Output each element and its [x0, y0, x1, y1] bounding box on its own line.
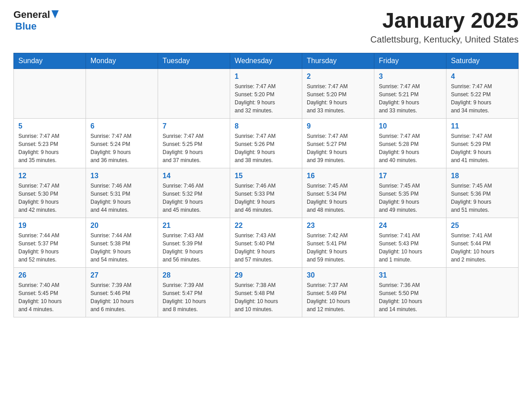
day-info: Sunrise: 7:47 AM Sunset: 5:26 PM Dayligh… — [235, 132, 297, 164]
calendar-cell — [14, 68, 86, 118]
calendar-cell — [446, 267, 519, 317]
weekday-header-thursday: Thursday — [302, 53, 374, 68]
day-number: 16 — [307, 172, 369, 180]
day-number: 19 — [18, 222, 81, 230]
day-info: Sunrise: 7:47 AM Sunset: 5:27 PM Dayligh… — [307, 132, 369, 164]
day-info: Sunrise: 7:38 AM Sunset: 5:48 PM Dayligh… — [235, 281, 297, 313]
calendar-cell: 18Sunrise: 7:45 AM Sunset: 5:36 PM Dayli… — [446, 168, 519, 218]
page-header: General Blue January 2025 Catlettsburg, … — [13, 9, 519, 45]
calendar-cell: 28Sunrise: 7:39 AM Sunset: 5:47 PM Dayli… — [158, 267, 230, 317]
day-number: 17 — [379, 172, 442, 180]
calendar-table: SundayMondayTuesdayWednesdayThursdayFrid… — [13, 53, 519, 317]
day-info: Sunrise: 7:47 AM Sunset: 5:20 PM Dayligh… — [235, 82, 297, 115]
calendar-cell: 4Sunrise: 7:47 AM Sunset: 5:22 PM Daylig… — [446, 68, 519, 118]
day-number: 11 — [451, 122, 514, 130]
calendar-cell: 22Sunrise: 7:43 AM Sunset: 5:40 PM Dayli… — [230, 218, 302, 267]
weekday-header-sunday: Sunday — [14, 53, 86, 68]
calendar-week-row: 1Sunrise: 7:47 AM Sunset: 5:20 PM Daylig… — [14, 68, 519, 118]
calendar-cell: 23Sunrise: 7:42 AM Sunset: 5:41 PM Dayli… — [302, 218, 374, 267]
day-info: Sunrise: 7:40 AM Sunset: 5:45 PM Dayligh… — [18, 281, 81, 313]
calendar-cell: 27Sunrise: 7:39 AM Sunset: 5:46 PM Dayli… — [86, 267, 158, 317]
calendar-cell: 16Sunrise: 7:45 AM Sunset: 5:34 PM Dayli… — [302, 168, 374, 218]
day-info: Sunrise: 7:41 AM Sunset: 5:43 PM Dayligh… — [379, 231, 442, 264]
day-number: 1 — [235, 73, 297, 81]
calendar-week-row: 26Sunrise: 7:40 AM Sunset: 5:45 PM Dayli… — [14, 267, 519, 317]
day-number: 24 — [379, 222, 442, 230]
day-info: Sunrise: 7:44 AM Sunset: 5:37 PM Dayligh… — [18, 231, 81, 264]
day-info: Sunrise: 7:41 AM Sunset: 5:44 PM Dayligh… — [451, 231, 514, 264]
day-number: 14 — [163, 172, 225, 180]
calendar-cell: 24Sunrise: 7:41 AM Sunset: 5:43 PM Dayli… — [374, 218, 446, 267]
calendar-subtitle: Catlettsburg, Kentucky, United States — [370, 34, 519, 45]
day-number: 21 — [163, 222, 225, 230]
day-info: Sunrise: 7:47 AM Sunset: 5:30 PM Dayligh… — [18, 182, 81, 214]
calendar-cell: 14Sunrise: 7:46 AM Sunset: 5:32 PM Dayli… — [158, 168, 230, 218]
day-number: 5 — [18, 122, 81, 130]
calendar-cell: 25Sunrise: 7:41 AM Sunset: 5:44 PM Dayli… — [446, 218, 519, 267]
day-number: 27 — [90, 271, 153, 279]
calendar-cell: 11Sunrise: 7:47 AM Sunset: 5:29 PM Dayli… — [446, 118, 519, 168]
day-info: Sunrise: 7:47 AM Sunset: 5:22 PM Dayligh… — [451, 82, 514, 115]
weekday-header-tuesday: Tuesday — [158, 53, 230, 68]
calendar-cell: 6Sunrise: 7:47 AM Sunset: 5:24 PM Daylig… — [86, 118, 158, 168]
day-number: 2 — [307, 73, 369, 81]
day-info: Sunrise: 7:45 AM Sunset: 5:34 PM Dayligh… — [307, 182, 369, 214]
calendar-cell: 7Sunrise: 7:47 AM Sunset: 5:25 PM Daylig… — [158, 118, 230, 168]
day-info: Sunrise: 7:47 AM Sunset: 5:23 PM Dayligh… — [18, 132, 81, 164]
calendar-cell: 21Sunrise: 7:43 AM Sunset: 5:39 PM Dayli… — [158, 218, 230, 267]
calendar-cell: 3Sunrise: 7:47 AM Sunset: 5:21 PM Daylig… — [374, 68, 446, 118]
calendar-cell: 1Sunrise: 7:47 AM Sunset: 5:20 PM Daylig… — [230, 68, 302, 118]
calendar-cell: 9Sunrise: 7:47 AM Sunset: 5:27 PM Daylig… — [302, 118, 374, 168]
title-area: January 2025 Catlettsburg, Kentucky, Uni… — [370, 9, 519, 45]
calendar-cell: 12Sunrise: 7:47 AM Sunset: 5:30 PM Dayli… — [14, 168, 86, 218]
calendar-cell — [86, 68, 158, 118]
calendar-cell: 29Sunrise: 7:38 AM Sunset: 5:48 PM Dayli… — [230, 267, 302, 317]
calendar-header: SundayMondayTuesdayWednesdayThursdayFrid… — [14, 53, 519, 68]
weekday-header-saturday: Saturday — [446, 53, 519, 68]
day-number: 25 — [451, 222, 514, 230]
day-info: Sunrise: 7:37 AM Sunset: 5:49 PM Dayligh… — [307, 281, 369, 313]
day-number: 30 — [307, 271, 369, 279]
day-number: 28 — [163, 271, 225, 279]
calendar-cell: 30Sunrise: 7:37 AM Sunset: 5:49 PM Dayli… — [302, 267, 374, 317]
day-info: Sunrise: 7:43 AM Sunset: 5:39 PM Dayligh… — [163, 231, 225, 264]
logo: General Blue — [13, 9, 59, 32]
weekday-header-friday: Friday — [374, 53, 446, 68]
day-info: Sunrise: 7:42 AM Sunset: 5:41 PM Dayligh… — [307, 231, 369, 264]
day-info: Sunrise: 7:44 AM Sunset: 5:38 PM Dayligh… — [90, 231, 153, 264]
day-number: 20 — [90, 222, 153, 230]
day-number: 6 — [90, 122, 153, 130]
calendar-cell: 2Sunrise: 7:47 AM Sunset: 5:20 PM Daylig… — [302, 68, 374, 118]
calendar-cell: 31Sunrise: 7:36 AM Sunset: 5:50 PM Dayli… — [374, 267, 446, 317]
logo-general-text: General — [13, 9, 50, 21]
day-number: 7 — [163, 122, 225, 130]
day-info: Sunrise: 7:47 AM Sunset: 5:24 PM Dayligh… — [90, 132, 153, 164]
day-info: Sunrise: 7:47 AM Sunset: 5:20 PM Dayligh… — [307, 82, 369, 115]
logo-triangle-icon — [51, 10, 59, 20]
weekday-header-row: SundayMondayTuesdayWednesdayThursdayFrid… — [14, 53, 519, 68]
day-number: 26 — [18, 271, 81, 279]
calendar-body: 1Sunrise: 7:47 AM Sunset: 5:20 PM Daylig… — [14, 68, 519, 317]
calendar-week-row: 5Sunrise: 7:47 AM Sunset: 5:23 PM Daylig… — [14, 118, 519, 168]
calendar-cell: 10Sunrise: 7:47 AM Sunset: 5:28 PM Dayli… — [374, 118, 446, 168]
day-info: Sunrise: 7:47 AM Sunset: 5:25 PM Dayligh… — [163, 132, 225, 164]
day-info: Sunrise: 7:45 AM Sunset: 5:35 PM Dayligh… — [379, 182, 442, 214]
day-info: Sunrise: 7:47 AM Sunset: 5:21 PM Dayligh… — [379, 82, 442, 115]
calendar-cell — [158, 68, 230, 118]
day-info: Sunrise: 7:36 AM Sunset: 5:50 PM Dayligh… — [379, 281, 442, 313]
calendar-cell: 17Sunrise: 7:45 AM Sunset: 5:35 PM Dayli… — [374, 168, 446, 218]
day-number: 10 — [379, 122, 442, 130]
day-info: Sunrise: 7:39 AM Sunset: 5:46 PM Dayligh… — [90, 281, 153, 313]
day-number: 3 — [379, 73, 442, 81]
calendar-cell: 8Sunrise: 7:47 AM Sunset: 5:26 PM Daylig… — [230, 118, 302, 168]
day-number: 15 — [235, 172, 297, 180]
day-info: Sunrise: 7:39 AM Sunset: 5:47 PM Dayligh… — [163, 281, 225, 313]
day-info: Sunrise: 7:47 AM Sunset: 5:29 PM Dayligh… — [451, 132, 514, 164]
day-number: 29 — [235, 271, 297, 279]
day-number: 13 — [90, 172, 153, 180]
day-info: Sunrise: 7:46 AM Sunset: 5:33 PM Dayligh… — [235, 182, 297, 214]
day-number: 18 — [451, 172, 514, 180]
calendar-title: January 2025 — [370, 9, 519, 33]
day-number: 8 — [235, 122, 297, 130]
calendar-cell: 5Sunrise: 7:47 AM Sunset: 5:23 PM Daylig… — [14, 118, 86, 168]
